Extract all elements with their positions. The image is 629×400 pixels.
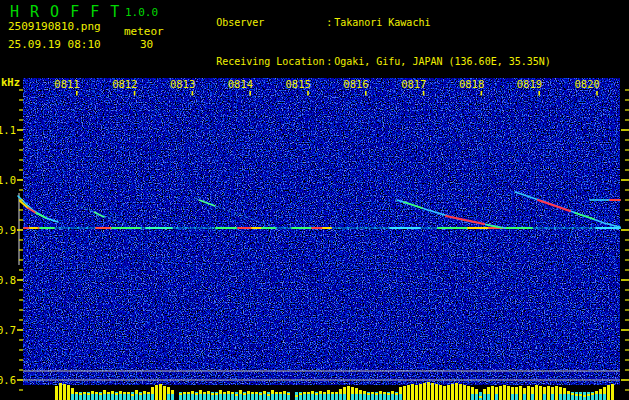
signal-bar <box>475 389 478 394</box>
signal-bar <box>335 392 338 394</box>
signal-bar <box>315 393 318 395</box>
signal-bar <box>375 393 378 395</box>
signal-bar <box>191 391 194 394</box>
signal-bar <box>571 393 574 395</box>
signal-bar <box>491 386 494 400</box>
hrofft-screenshot: H R O F F T 1.0.0 2509190810.png meteor … <box>0 0 629 400</box>
signal-bar <box>519 386 522 400</box>
signal-bar <box>259 393 262 395</box>
signal-bar <box>147 392 150 394</box>
signal-bar <box>523 388 526 394</box>
signal-bar <box>603 387 606 394</box>
time-label: 0818 <box>459 78 484 90</box>
signal-bar <box>251 392 254 394</box>
signal-bar <box>479 396 482 398</box>
signal-bar <box>235 394 238 396</box>
signal-bar <box>387 393 390 395</box>
signal-bar <box>55 386 58 400</box>
time-label: 0813 <box>170 78 195 90</box>
time-label: 0819 <box>517 78 542 90</box>
signal-bar <box>127 392 130 394</box>
signal-bar <box>503 385 506 400</box>
signal-bar <box>99 393 102 395</box>
signal-bar <box>247 391 250 394</box>
signal-bar <box>527 386 530 400</box>
signal-bar <box>123 392 126 394</box>
time-label: 0817 <box>401 78 426 90</box>
signal-bar <box>107 392 110 394</box>
signal-bar <box>279 392 282 394</box>
signal-bar <box>467 386 470 400</box>
signal-bar <box>295 395 298 397</box>
signal-bar <box>95 392 98 394</box>
signal-bar <box>275 392 278 394</box>
signal-bar <box>487 387 490 394</box>
signal-bar <box>435 384 438 400</box>
signal-bar <box>283 391 286 394</box>
signal-bar <box>219 390 222 394</box>
signal-bar <box>495 387 498 394</box>
signal-bar <box>531 387 534 394</box>
signal-bar <box>423 383 426 400</box>
signal-bar <box>131 394 134 396</box>
signal-bar <box>471 387 474 394</box>
signal-bar <box>567 391 570 394</box>
signal-bar <box>115 393 118 395</box>
signal-bar <box>395 393 398 395</box>
signal-bar <box>231 392 234 394</box>
signal-bar <box>427 382 430 400</box>
signal-bar <box>195 393 198 395</box>
signal-bar <box>547 386 550 400</box>
signal-bar <box>91 391 94 394</box>
freq-label: 0.9 <box>0 224 16 236</box>
time-tick <box>192 91 194 96</box>
time-label: 0814 <box>228 78 253 90</box>
signal-bar <box>371 392 374 394</box>
time-label: 0811 <box>54 78 79 90</box>
signal-bar <box>323 392 326 394</box>
signal-bar <box>103 390 106 394</box>
signal-bar <box>171 390 174 394</box>
signal-bar <box>303 392 306 394</box>
signal-bar <box>331 392 334 394</box>
signal-bar <box>183 392 186 394</box>
freq-label: 1.1 <box>0 124 16 136</box>
signal-bar <box>591 393 594 395</box>
freq-label: 0.8 <box>0 274 16 286</box>
signal-bar <box>63 384 66 400</box>
signal-bar <box>83 392 86 394</box>
signal-bar <box>607 385 610 400</box>
signal-bar <box>155 385 158 400</box>
freq-label: 1.0 <box>0 174 16 186</box>
signal-bar <box>87 393 90 395</box>
signal-bar <box>327 390 330 394</box>
signal-bar <box>75 392 78 394</box>
signal-bar <box>203 392 206 394</box>
signal-bar <box>139 393 142 395</box>
signal-bar <box>355 388 358 394</box>
signal-bar <box>611 384 614 400</box>
signal-bar <box>307 392 310 394</box>
signal-bar <box>399 387 402 394</box>
signal-bar <box>431 383 434 400</box>
signal-bar <box>563 388 566 394</box>
signal-bar <box>391 391 394 394</box>
time-label: 0820 <box>575 78 600 90</box>
signal-bar <box>151 387 154 394</box>
signal-bar <box>287 393 290 395</box>
signal-bar <box>351 387 354 394</box>
signal-bar <box>227 391 230 394</box>
signal-bar <box>555 386 558 400</box>
noise-speckle <box>23 78 620 385</box>
time-tick <box>481 91 483 96</box>
signal-bar <box>419 384 422 400</box>
signal-bar <box>359 390 362 394</box>
time-tick <box>538 91 540 96</box>
signal-bar <box>159 384 162 400</box>
time-label: 0815 <box>286 78 311 90</box>
signal-bar <box>223 392 226 394</box>
signal-bar <box>79 393 82 395</box>
signal-bar <box>143 391 146 394</box>
signal-bar <box>459 384 462 400</box>
signal-bar <box>119 391 122 394</box>
